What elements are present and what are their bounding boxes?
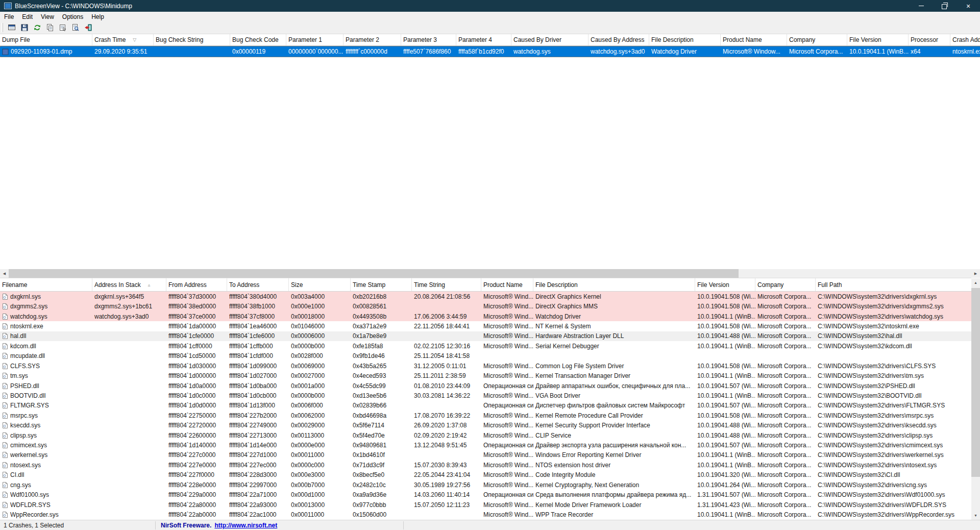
table-row[interactable]: werkernel.sysfffff804`227c0000fffff804`2… [0, 450, 971, 460]
horizontal-scrollbar[interactable]: ◀ ▶ [0, 269, 980, 278]
cell-product-name: Microsoft® Wind... [481, 372, 533, 379]
cell-parameter-4: ffffa58f`b1cd92f0 [456, 48, 511, 55]
column-header-parameter-3[interactable]: Parameter 3 [401, 34, 456, 45]
minimize-button[interactable] [910, 0, 933, 12]
driver-file-name: watchdog.sys [10, 313, 47, 320]
table-row[interactable]: watchdog.syswatchdog.sys+3ad0fffff804`37… [0, 311, 971, 321]
restore-button[interactable] [933, 0, 957, 12]
table-row[interactable]: tm.sysfffff804`1d000000fffff804`1d027000… [0, 371, 971, 380]
vertical-scrollbar[interactable]: ▲ ▼ [971, 278, 980, 520]
column-header-full-path[interactable]: Full Path [816, 278, 971, 291]
column-header-bug-check-code[interactable]: Bug Check Code [230, 34, 286, 45]
cell-from-address: fffff804`229a0000 [166, 491, 227, 498]
driver-file-icon [2, 293, 8, 300]
column-header-parameter-1[interactable]: Parameter 1 [286, 34, 344, 45]
table-row[interactable]: dxgmms2.sysdxgmms2.sys+1bc61fffff804`38e… [0, 301, 971, 311]
table-row[interactable]: WDFLDR.SYSfffff804`22a80000fffff804`22a9… [0, 500, 971, 510]
column-header-product-name[interactable]: Product Name [721, 34, 787, 45]
cell-full-path: C:\WINDOWS\system32\drivers\WppRecorder.… [816, 511, 971, 518]
crash-properties-button[interactable] [5, 22, 18, 33]
cell-time-string: 02.09.2020 2:19:42 [412, 432, 481, 439]
table-row[interactable]: Wdf01000.sysfffff804`229a0000fffff804`22… [0, 490, 971, 499]
column-header-bug-check-string[interactable]: Bug Check String [154, 34, 230, 45]
menu-help[interactable]: Help [87, 12, 108, 21]
menu-file[interactable]: File [0, 12, 18, 21]
column-header-file-description[interactable]: File Description [649, 34, 721, 45]
column-header-filename[interactable]: Filename [0, 278, 92, 291]
cell-time-string: 30.03.2081 14:36:22 [412, 392, 481, 399]
crash-row-selected[interactable]: 092920-11093-01.dmp29.09.2020 9:35:510x0… [0, 46, 980, 57]
cell-from-address: fffff804`22600000 [166, 432, 227, 439]
column-header-caused-by-address[interactable]: Caused By Address [589, 34, 649, 45]
table-row[interactable]: BOOTVID.dllfffff804`1d0c0000fffff804`1d0… [0, 391, 971, 400]
column-header-address-in-stack[interactable]: Address In Stack▵ [92, 278, 166, 291]
cell-size: 0x0000b000 [289, 392, 351, 399]
menu-options[interactable]: Options [58, 12, 87, 21]
driver-file-icon [2, 332, 8, 340]
scroll-down-arrow-icon[interactable]: ▼ [971, 511, 980, 520]
find-icon [71, 23, 80, 32]
table-row[interactable]: FLTMGR.SYSfffff804`1d0d0000fffff804`1d13… [0, 401, 971, 411]
status-crash-count: 1 Crashes, 1 Selected [0, 522, 153, 529]
close-button[interactable]: × [957, 0, 980, 12]
exit-button[interactable] [82, 22, 94, 33]
column-header-to-address[interactable]: To Address [227, 278, 289, 291]
menu-edit[interactable]: Edit [18, 12, 37, 21]
column-header-parameter-4[interactable]: Parameter 4 [456, 34, 511, 45]
status-bar: 1 Crashes, 1 Selected NirSoft Freeware. … [0, 520, 980, 530]
properties-button[interactable] [56, 22, 69, 33]
column-header-size[interactable]: Size [289, 278, 351, 291]
table-row[interactable]: msrpc.sysfffff804`22750000fffff804`227b2… [0, 411, 971, 420]
column-header-from-address[interactable]: From Address [166, 278, 227, 291]
vertical-scrollbar-thumb[interactable] [971, 288, 980, 477]
cell-file-version: 10.0.19041.508 (Wi... [695, 412, 755, 419]
table-row[interactable]: cmimcext.sysfffff804`1d140000fffff804`1d… [0, 440, 971, 450]
column-header-time-stamp[interactable]: Time Stamp [351, 278, 412, 291]
column-header-crash-time[interactable]: Crash Time▽ [92, 34, 154, 45]
column-header-product-name[interactable]: Product Name [481, 278, 533, 291]
column-header-processor[interactable]: Processor [909, 34, 950, 45]
column-header-caused-by-driver[interactable]: Caused By Driver [511, 34, 589, 45]
column-header-file-description[interactable]: File Description [533, 278, 695, 291]
table-row[interactable]: dxgkrnl.sysdxgkrnl.sys+364f5fffff804`37d… [0, 292, 971, 301]
column-header-company[interactable]: Company [755, 278, 816, 291]
table-row[interactable]: ntoskrnl.exefffff804`1da00000fffff804`1e… [0, 321, 971, 331]
table-row[interactable]: mcupdate.dllfffff804`1cd50000fffff804`1c… [0, 351, 971, 361]
table-row[interactable]: ksecdd.sysfffff804`22720000fffff804`2274… [0, 420, 971, 430]
table-row[interactable]: WppRecorder.sysfffff804`22ab0000fffff804… [0, 510, 971, 519]
table-row[interactable]: PSHED.dllfffff804`1d0a0000fffff804`1d0ba… [0, 381, 971, 391]
scroll-left-arrow-icon[interactable]: ◀ [0, 269, 9, 278]
table-row[interactable]: kdcom.dllfffff804`1cff0000fffff804`1cffb… [0, 341, 971, 351]
horizontal-scrollbar-thumb[interactable] [9, 269, 739, 278]
cell-product-name: Microsoft® Wind... [481, 363, 533, 370]
save-button[interactable] [18, 22, 31, 33]
find-button[interactable] [69, 22, 82, 33]
table-row[interactable]: CI.dllfffff804`227f0000fffff804`228d3000… [0, 470, 971, 480]
column-header-parameter-2[interactable]: Parameter 2 [344, 34, 401, 45]
copy-button[interactable] [43, 22, 56, 33]
cell-file-description: Common Log File System Driver [533, 363, 695, 370]
table-row[interactable]: hal.dllfffff804`1cfe0000fffff804`1cfe600… [0, 331, 971, 341]
table-row[interactable]: clipsp.sysfffff804`22600000fffff804`2271… [0, 430, 971, 440]
cell-product-name: Microsoft® Wind... [481, 323, 533, 330]
cell-from-address: fffff804`1cd50000 [166, 352, 227, 359]
cell-time-stamp: 0xa9a9d36e [351, 491, 412, 498]
refresh-button[interactable] [31, 22, 43, 33]
table-row[interactable]: cng.sysfffff804`228e0000fffff804`2299700… [0, 480, 971, 490]
menu-view[interactable]: View [37, 12, 58, 21]
table-row[interactable]: CLFS.SYSfffff804`1d030000fffff804`1d0990… [0, 361, 971, 371]
column-header-company[interactable]: Company [787, 34, 847, 45]
column-header-time-string[interactable]: Time String [412, 278, 481, 291]
cell-product-name: Microsoft® Wind... [481, 501, 533, 509]
scroll-up-arrow-icon[interactable]: ▲ [971, 278, 980, 287]
cell-size: 0x003a4000 [289, 293, 351, 300]
scroll-right-arrow-icon[interactable]: ▶ [971, 269, 980, 278]
column-header-file-version[interactable]: File Version [847, 34, 909, 45]
cell-file-description: Kernel Transaction Manager Driver [533, 372, 695, 379]
nirsoft-link[interactable]: http://www.nirsoft.net [214, 522, 277, 529]
column-header-file-version[interactable]: File Version [695, 278, 755, 291]
table-row[interactable]: ntosext.sysfffff804`227e0000fffff804`227… [0, 460, 971, 470]
column-header-dump-file[interactable]: Dump File [0, 34, 92, 45]
cell-from-address: fffff804`22a80000 [166, 501, 227, 509]
column-header-crash-address[interactable]: Crash Address [950, 34, 980, 45]
